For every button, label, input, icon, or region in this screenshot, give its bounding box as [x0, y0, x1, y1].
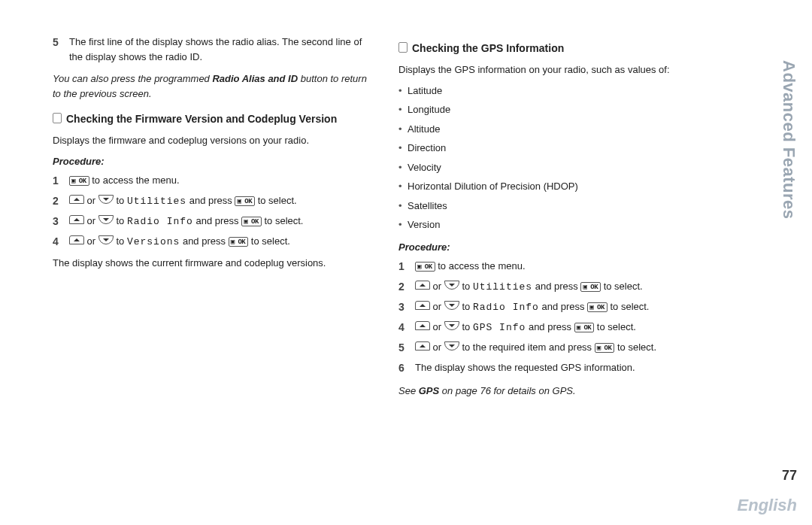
up-arrow-icon [69, 195, 84, 204]
procedure-step: 1 ▣ OK to access the menu. [53, 173, 368, 189]
section-title: Checking the GPS Information [412, 41, 564, 56]
t: to select. [594, 321, 636, 332]
procedure-step: 6 The display shows the requested GPS in… [398, 360, 714, 376]
t: and press [532, 281, 580, 292]
t: or [84, 195, 98, 206]
step-number: 1 [53, 173, 63, 189]
list-item: Direction [398, 141, 714, 156]
list-item: Longitude [398, 102, 714, 117]
menu-item: GPS Info [473, 322, 526, 333]
section-heading-firmware: Checking the Firmware Version and Codepl… [53, 111, 368, 127]
procedure-step: 3 or to Radio Info and press ▣ OK to sel… [398, 299, 714, 315]
section-icon [53, 113, 62, 123]
t: to access the menu. [435, 260, 526, 272]
menu-item: Utilities [473, 281, 532, 293]
t: to [459, 301, 473, 312]
step-text: The display shows the requested GPS info… [415, 360, 714, 375]
step-body: or to Versions and press ▣ OK to select. [69, 234, 368, 250]
ok-button-icon: ▣ OK [229, 237, 249, 247]
t: to select. [248, 235, 290, 247]
t: to select. [255, 195, 297, 206]
down-arrow-icon [98, 215, 114, 224]
ok-button-icon: ▣ OK [241, 217, 262, 226]
t: and press [539, 301, 587, 312]
section-icon [398, 42, 408, 53]
section-outro: The display shows the current firmware a… [53, 256, 368, 271]
step-body: ▣ OK to access the menu. [415, 259, 714, 274]
t: to [114, 215, 127, 226]
t: to select. [614, 341, 656, 353]
step-body: or to Utilities and press ▣ OK to select… [415, 279, 714, 295]
footnote-bold: GPS [419, 385, 439, 396]
step-number: 2 [53, 193, 63, 209]
step-text: The first line of the display shows the … [69, 35, 368, 64]
ok-button-icon: ▣ OK [415, 262, 435, 272]
up-arrow-icon [69, 235, 84, 244]
step-number: 4 [53, 234, 63, 250]
up-arrow-icon [415, 301, 430, 310]
list-item: Velocity [398, 160, 714, 175]
note-bold: Radio Alias and ID [212, 73, 298, 84]
step-number: 2 [398, 279, 409, 295]
procedure-label: Procedure: [53, 154, 368, 169]
gps-bullets: Latitude Longitude Altitude Direction Ve… [398, 83, 714, 232]
t: or [84, 215, 98, 226]
list-item: Horizontal Dilution of Precision (HDOP) [398, 179, 714, 194]
section-heading-gps: Checking the GPS Information [398, 41, 714, 56]
ok-button-icon: ▣ OK [595, 343, 615, 353]
t: and press [193, 215, 241, 226]
footnote-pre: See [398, 385, 419, 396]
down-arrow-icon [444, 281, 459, 290]
t: or [430, 301, 444, 312]
list-item: Altitude [398, 122, 714, 137]
t: to [459, 281, 473, 292]
menu-item: Radio Info [473, 302, 539, 313]
step-body: ▣ OK to access the menu. [69, 173, 368, 188]
t: to select. [262, 215, 304, 226]
language-label: English [738, 493, 797, 517]
section-intro: Displays the firmware and codeplug versi… [53, 133, 368, 148]
section-title: Checking the Firmware Version and Codepl… [66, 111, 337, 127]
t: to [114, 195, 127, 206]
ok-button-icon: ▣ OK [69, 176, 89, 186]
step-body: or to Radio Info and press ▣ OK to selec… [69, 214, 368, 229]
procedure-step: 4 or to Versions and press ▣ OK to selec… [53, 234, 368, 250]
side-tab: Advanced Features [777, 60, 801, 219]
t: or [430, 341, 444, 353]
step-body: or to the required item and press ▣ OK t… [415, 340, 714, 355]
procedure-step: 1 ▣ OK to access the menu. [398, 259, 714, 275]
procedure-step: 4 or to GPS Info and press ▣ OK to selec… [398, 320, 714, 335]
step-tail: to access the menu. [89, 174, 180, 186]
t: to select. [607, 301, 650, 312]
ok-button-icon: ▣ OK [235, 196, 255, 206]
t: or [430, 321, 444, 332]
right-column: Checking the GPS Information Displays th… [398, 30, 714, 406]
down-arrow-icon [98, 235, 114, 244]
step-number: 3 [398, 299, 409, 315]
procedure-label: Procedure: [398, 240, 714, 255]
up-arrow-icon [415, 281, 430, 290]
continuation-step-5: 5 The first line of the display shows th… [53, 35, 368, 64]
step-number: 1 [398, 259, 409, 275]
down-arrow-icon [98, 195, 114, 204]
t: to [459, 321, 473, 332]
down-arrow-icon [444, 341, 459, 351]
down-arrow-icon [444, 301, 459, 310]
t: or [84, 235, 98, 247]
up-arrow-icon [415, 321, 430, 330]
down-arrow-icon [444, 321, 459, 330]
list-item: Latitude [398, 83, 714, 99]
t: and press [180, 235, 228, 247]
section-intro: Displays the GPS information on your rad… [398, 62, 714, 77]
t: or [430, 281, 444, 292]
menu-item: Utilities [127, 196, 186, 207]
procedure-step: 2 or to Utilities and press ▣ OK to sele… [398, 279, 714, 295]
t: and press [186, 195, 235, 206]
list-item: Satellites [398, 199, 714, 214]
ok-button-icon: ▣ OK [580, 282, 601, 292]
ok-button-icon: ▣ OK [574, 323, 595, 332]
step-number: 5 [398, 340, 409, 356]
step-body: or to GPS Info and press ▣ OK to select. [415, 320, 714, 335]
list-item: Version [398, 217, 714, 232]
step-number: 4 [398, 320, 409, 335]
